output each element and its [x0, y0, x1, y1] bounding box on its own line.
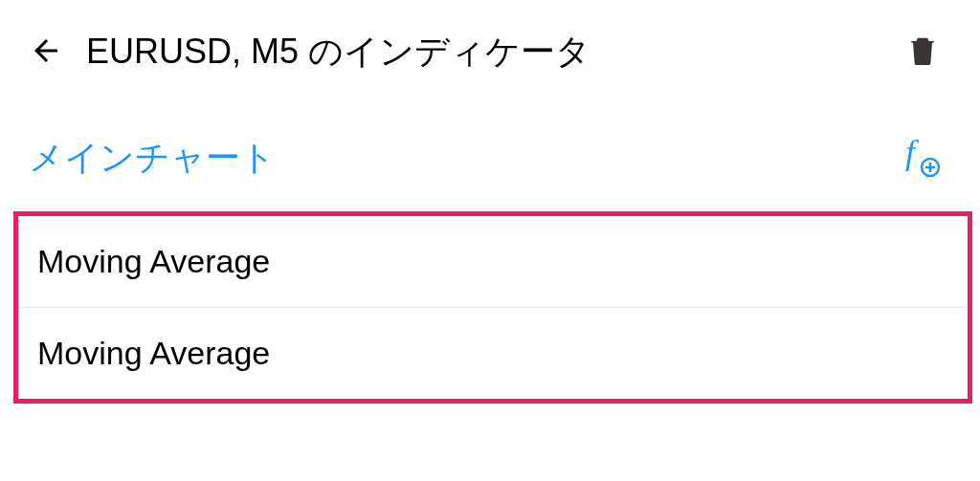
add-indicator-button[interactable]: f — [896, 133, 942, 183]
trash-icon — [903, 32, 942, 70]
function-add-icon: f — [896, 133, 942, 179]
back-arrow-icon — [29, 33, 63, 68]
indicator-item[interactable]: Moving Average — [18, 216, 968, 308]
section-title: メインチャート — [29, 135, 896, 182]
indicator-item[interactable]: Moving Average — [18, 308, 968, 399]
app-header: EURUSD, M5 のインディケータ — [0, 0, 980, 95]
svg-text:f: f — [905, 133, 920, 171]
section-header: メインチャート f — [0, 95, 980, 202]
back-button[interactable] — [29, 33, 63, 72]
indicator-list: Moving Average Moving Average — [13, 211, 972, 404]
page-title: EURUSD, M5 のインディケータ — [86, 29, 903, 76]
delete-button[interactable] — [903, 32, 942, 74]
